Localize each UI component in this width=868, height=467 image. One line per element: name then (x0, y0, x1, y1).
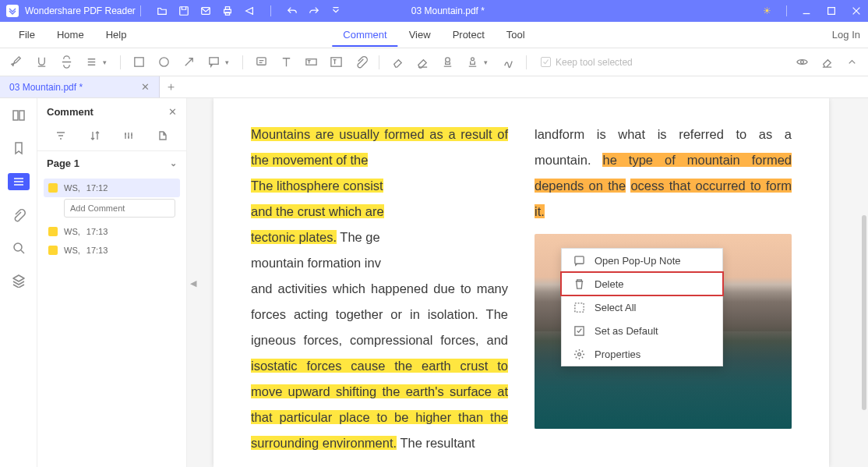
highlight-span[interactable]: and the crust which are (251, 204, 384, 218)
stamp-icon[interactable] (440, 55, 454, 69)
ctx-label: Set as Default (595, 325, 658, 337)
stamp2-icon[interactable] (465, 55, 479, 69)
eraser2-icon[interactable] (415, 55, 429, 69)
menu-comment[interactable]: Comment (332, 29, 397, 47)
rect-shape-icon[interactable] (132, 55, 146, 69)
comment-time: 17:13 (86, 227, 108, 236)
menu-file[interactable]: File (8, 29, 46, 41)
area-text-tool-icon[interactable] (329, 55, 343, 69)
document-tab[interactable]: 03 Mountain.pdf * ✕ (0, 76, 160, 97)
list-tool-icon[interactable] (84, 55, 98, 69)
textbox-tool-icon[interactable] (304, 55, 318, 69)
svg-rect-3 (225, 7, 229, 10)
menu-protect[interactable]: Protect (442, 29, 496, 41)
tabstrip: 03 Mountain.pdf * ✕ ＋ (0, 76, 868, 98)
sign-icon[interactable] (501, 55, 515, 69)
new-tab-button[interactable]: ＋ (160, 80, 182, 94)
page-header[interactable]: Page 1 ⌄ (37, 151, 186, 175)
bookmark-icon[interactable] (11, 140, 26, 156)
highlight-span[interactable]: The lithosphere consist (251, 179, 383, 193)
body-text: mountain formation inv (251, 256, 381, 270)
hide-tool-icon[interactable] (795, 55, 809, 69)
maximize-icon[interactable] (826, 5, 837, 16)
minimize-icon[interactable] (801, 5, 812, 16)
options-icon[interactable] (122, 129, 136, 143)
circle-shape-icon[interactable] (157, 55, 171, 69)
tab-close-icon[interactable]: ✕ (141, 81, 150, 93)
comment-user: WS, (64, 227, 80, 236)
layers-rail-icon[interactable] (11, 273, 26, 288)
ctx-set-default[interactable]: Set as Default (562, 319, 722, 342)
document-viewport[interactable]: ◀ Mountains are usually formed as a resu… (187, 98, 868, 467)
body-text: The resultant (397, 436, 475, 450)
highlight-span[interactable]: Mountains are usually formed as a result… (251, 127, 508, 167)
keep-tool-checkbox-icon[interactable] (541, 57, 551, 67)
menu-view[interactable]: View (398, 29, 442, 41)
svg-rect-8 (209, 58, 217, 65)
comments-rail-icon[interactable] (8, 173, 30, 190)
note-icon (573, 254, 585, 267)
ctx-select-all[interactable]: Select All (562, 295, 722, 319)
comment-panel: Comment ✕ Page 1 ⌄ WS, 17:12 WS, (37, 98, 187, 467)
callout-shape-icon[interactable] (206, 55, 221, 69)
attachments-rail-icon[interactable] (11, 207, 26, 223)
strikethrough-tool-icon[interactable] (59, 55, 73, 69)
main-area: Comment ✕ Page 1 ⌄ WS, 17:12 WS, (0, 98, 868, 467)
ctx-label: Select All (595, 302, 636, 313)
keep-tool-selected[interactable]: Keep tool selected (541, 57, 633, 68)
sort-icon[interactable] (88, 129, 102, 143)
save-icon[interactable] (178, 5, 189, 16)
checkbox-icon (573, 324, 585, 337)
text-tool-icon[interactable] (279, 55, 293, 69)
menu-home[interactable]: Home (46, 29, 95, 41)
filter-list-icon[interactable] (54, 129, 68, 143)
comment-item[interactable]: WS, 17:12 (44, 179, 180, 197)
select-all-icon (573, 301, 585, 313)
comment-item[interactable]: WS, 17:13 (44, 241, 180, 260)
highlight-swatch-icon (48, 183, 58, 193)
panel-close-icon[interactable]: ✕ (168, 106, 177, 118)
erase-all-icon[interactable] (820, 55, 834, 69)
search-rail-icon[interactable] (11, 240, 26, 256)
share-icon[interactable] (244, 5, 255, 16)
svg-point-21 (577, 352, 580, 356)
eraser1-icon[interactable] (390, 55, 404, 69)
more-icon[interactable] (330, 5, 341, 16)
redo-icon[interactable] (309, 5, 319, 16)
mail-icon[interactable] (200, 5, 211, 16)
open-folder-icon[interactable] (157, 5, 168, 16)
ctx-properties[interactable]: Properties (562, 342, 722, 366)
gear-icon (573, 348, 585, 360)
app-name: Wondershare PDF Reader (25, 5, 136, 16)
undo-icon[interactable] (287, 5, 298, 16)
note-tool-icon[interactable] (254, 55, 268, 69)
menu-tool[interactable]: Tool (496, 29, 536, 41)
add-comment-input[interactable] (64, 199, 175, 218)
comment-item[interactable]: WS, 17:13 (44, 222, 180, 241)
vertical-scrollbar[interactable] (862, 215, 866, 410)
menu-help[interactable]: Help (95, 29, 138, 41)
export-icon[interactable] (156, 129, 170, 143)
login-link[interactable]: Log In (832, 29, 860, 41)
highlight-tool-icon[interactable] (9, 55, 23, 69)
thumbnails-icon[interactable] (11, 108, 26, 123)
add-comment-field[interactable] (64, 199, 175, 218)
svg-point-13 (471, 58, 474, 61)
collapse-toolbar-icon[interactable] (845, 55, 859, 69)
pdf-page: Mountains are usually formed as a result… (213, 98, 829, 467)
close-icon[interactable] (851, 5, 862, 16)
svg-rect-9 (256, 58, 265, 65)
svg-rect-16 (19, 111, 24, 120)
ctx-open-popup[interactable]: Open Pop-Up Note (562, 249, 722, 272)
collapse-panel-icon[interactable]: ◀ (190, 278, 196, 288)
ctx-delete[interactable]: Delete (562, 272, 722, 295)
underline-tool-icon[interactable] (34, 55, 48, 69)
arrow-shape-icon[interactable] (182, 55, 196, 69)
svg-rect-6 (134, 58, 143, 66)
theme-icon[interactable]: ☀ (761, 5, 772, 16)
attach-tool-icon[interactable] (354, 55, 368, 69)
print-icon[interactable] (222, 5, 233, 16)
highlight-swatch-icon (48, 227, 58, 236)
highlight-span[interactable]: tectonic plates. (251, 230, 337, 244)
svg-rect-0 (180, 7, 189, 16)
